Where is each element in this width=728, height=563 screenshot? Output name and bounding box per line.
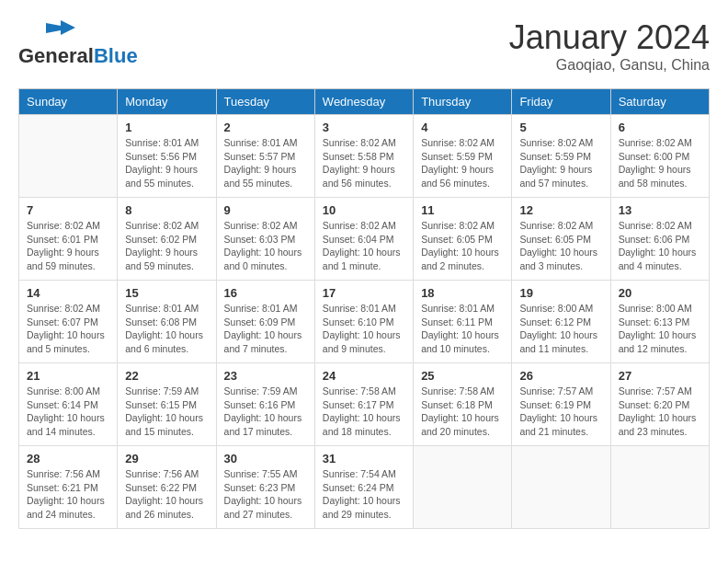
day-number: 17	[323, 286, 405, 300]
calendar-cell: 16Sunrise: 8:01 AMSunset: 6:09 PMDayligh…	[216, 281, 314, 363]
calendar-cell: 29Sunrise: 7:56 AMSunset: 6:22 PMDayligh…	[118, 446, 216, 529]
weekday-header-wednesday: Wednesday	[314, 89, 413, 115]
day-number: 23	[224, 369, 307, 383]
day-info: Sunrise: 8:02 AMSunset: 5:59 PMDaylight:…	[519, 136, 602, 190]
day-info: Sunrise: 8:02 AMSunset: 6:06 PMDaylight:…	[619, 219, 701, 273]
day-info: Sunrise: 8:01 AMSunset: 6:10 PMDaylight:…	[323, 302, 405, 356]
calendar-week-4: 21Sunrise: 8:00 AMSunset: 6:14 PMDayligh…	[19, 363, 710, 446]
calendar-cell: 22Sunrise: 7:59 AMSunset: 6:15 PMDayligh…	[118, 363, 216, 446]
day-info: Sunrise: 7:58 AMSunset: 6:18 PMDaylight:…	[421, 385, 504, 439]
weekday-header-friday: Friday	[512, 89, 610, 115]
logo-icon	[18, 18, 92, 44]
calendar-cell: 24Sunrise: 7:58 AMSunset: 6:17 PMDayligh…	[314, 363, 413, 446]
day-info: Sunrise: 8:02 AMSunset: 6:02 PMDaylight:…	[125, 219, 208, 273]
svg-marker-0	[46, 20, 75, 35]
calendar-week-5: 28Sunrise: 7:56 AMSunset: 6:21 PMDayligh…	[19, 446, 710, 529]
day-number: 18	[421, 286, 504, 300]
day-number: 30	[224, 452, 307, 465]
calendar-table: SundayMondayTuesdayWednesdayThursdayFrid…	[18, 88, 710, 529]
day-number: 9	[224, 203, 307, 217]
calendar-cell	[414, 446, 512, 529]
day-info: Sunrise: 8:01 AMSunset: 6:11 PMDaylight:…	[421, 302, 504, 356]
day-number: 10	[323, 203, 405, 217]
day-info: Sunrise: 7:58 AMSunset: 6:17 PMDaylight:…	[323, 385, 405, 439]
calendar-week-1: 1Sunrise: 8:01 AMSunset: 5:56 PMDaylight…	[19, 115, 710, 198]
weekday-header-saturday: Saturday	[610, 89, 709, 115]
calendar-cell: 21Sunrise: 8:00 AMSunset: 6:14 PMDayligh…	[19, 363, 118, 446]
day-info: Sunrise: 8:02 AMSunset: 6:05 PMDaylight:…	[519, 219, 602, 273]
logo: GeneralBlue	[18, 18, 138, 68]
day-number: 15	[125, 286, 208, 300]
day-info: Sunrise: 7:59 AMSunset: 6:16 PMDaylight:…	[224, 385, 307, 439]
calendar-cell: 17Sunrise: 8:01 AMSunset: 6:10 PMDayligh…	[314, 281, 413, 363]
day-number: 16	[224, 286, 307, 300]
calendar-cell: 26Sunrise: 7:57 AMSunset: 6:19 PMDayligh…	[512, 363, 610, 446]
calendar-cell	[512, 446, 610, 529]
calendar-cell: 20Sunrise: 8:00 AMSunset: 6:13 PMDayligh…	[610, 281, 709, 363]
logo-text-block: GeneralBlue	[18, 18, 138, 68]
calendar-cell: 18Sunrise: 8:01 AMSunset: 6:11 PMDayligh…	[414, 281, 512, 363]
calendar-cell: 15Sunrise: 8:01 AMSunset: 6:08 PMDayligh…	[118, 281, 216, 363]
page-header: GeneralBlue January 2024 Gaoqiao, Gansu,…	[18, 18, 710, 74]
day-info: Sunrise: 8:02 AMSunset: 6:07 PMDaylight:…	[27, 302, 109, 356]
calendar-cell: 12Sunrise: 8:02 AMSunset: 6:05 PMDayligh…	[512, 198, 610, 281]
day-info: Sunrise: 7:57 AMSunset: 6:20 PMDaylight:…	[619, 385, 701, 439]
weekday-header-row: SundayMondayTuesdayWednesdayThursdayFrid…	[19, 89, 710, 115]
calendar-cell: 30Sunrise: 7:55 AMSunset: 6:23 PMDayligh…	[216, 446, 314, 529]
calendar-cell: 7Sunrise: 8:02 AMSunset: 6:01 PMDaylight…	[19, 198, 118, 281]
day-number: 31	[323, 452, 405, 465]
day-info: Sunrise: 8:02 AMSunset: 6:05 PMDaylight:…	[421, 219, 504, 273]
weekday-header-monday: Monday	[118, 89, 216, 115]
calendar-cell: 9Sunrise: 8:02 AMSunset: 6:03 PMDaylight…	[216, 198, 314, 281]
day-info: Sunrise: 7:56 AMSunset: 6:22 PMDaylight:…	[125, 467, 208, 522]
day-info: Sunrise: 8:02 AMSunset: 6:04 PMDaylight:…	[323, 219, 405, 273]
day-number: 13	[619, 203, 701, 217]
location-subtitle: Gaoqiao, Gansu, China	[509, 57, 710, 74]
day-number: 24	[323, 369, 405, 383]
day-info: Sunrise: 8:02 AMSunset: 5:58 PMDaylight:…	[323, 136, 405, 190]
day-number: 14	[27, 286, 109, 300]
calendar-cell: 6Sunrise: 8:02 AMSunset: 6:00 PMDaylight…	[610, 115, 709, 198]
day-info: Sunrise: 8:01 AMSunset: 6:09 PMDaylight:…	[224, 302, 307, 356]
calendar-cell: 10Sunrise: 8:02 AMSunset: 6:04 PMDayligh…	[314, 198, 413, 281]
day-info: Sunrise: 8:02 AMSunset: 6:03 PMDaylight:…	[224, 219, 307, 273]
calendar-cell: 4Sunrise: 8:02 AMSunset: 5:59 PMDaylight…	[414, 115, 512, 198]
day-number: 20	[619, 286, 701, 300]
day-info: Sunrise: 8:01 AMSunset: 6:08 PMDaylight:…	[125, 302, 208, 356]
day-info: Sunrise: 8:02 AMSunset: 5:59 PMDaylight:…	[421, 136, 504, 190]
calendar-week-3: 14Sunrise: 8:02 AMSunset: 6:07 PMDayligh…	[19, 281, 710, 363]
day-number: 25	[421, 369, 504, 383]
calendar-cell: 28Sunrise: 7:56 AMSunset: 6:21 PMDayligh…	[19, 446, 118, 529]
weekday-header-tuesday: Tuesday	[216, 89, 314, 115]
calendar-cell: 23Sunrise: 7:59 AMSunset: 6:16 PMDayligh…	[216, 363, 314, 446]
calendar-cell: 1Sunrise: 8:01 AMSunset: 5:56 PMDaylight…	[118, 115, 216, 198]
calendar-week-2: 7Sunrise: 8:02 AMSunset: 6:01 PMDaylight…	[19, 198, 710, 281]
calendar-cell: 31Sunrise: 7:54 AMSunset: 6:24 PMDayligh…	[314, 446, 413, 529]
calendar-cell: 25Sunrise: 7:58 AMSunset: 6:18 PMDayligh…	[414, 363, 512, 446]
day-number: 3	[323, 121, 405, 134]
calendar-cell: 13Sunrise: 8:02 AMSunset: 6:06 PMDayligh…	[610, 198, 709, 281]
calendar-cell	[19, 115, 118, 198]
day-number: 7	[27, 203, 109, 217]
day-number: 5	[519, 121, 602, 134]
day-number: 19	[519, 286, 602, 300]
day-info: Sunrise: 8:01 AMSunset: 5:57 PMDaylight:…	[224, 136, 307, 190]
calendar-cell: 3Sunrise: 8:02 AMSunset: 5:58 PMDaylight…	[314, 115, 413, 198]
day-number: 8	[125, 203, 208, 217]
day-info: Sunrise: 7:57 AMSunset: 6:19 PMDaylight:…	[519, 385, 602, 439]
day-info: Sunrise: 8:02 AMSunset: 6:01 PMDaylight:…	[27, 219, 109, 273]
calendar-cell: 19Sunrise: 8:00 AMSunset: 6:12 PMDayligh…	[512, 281, 610, 363]
day-number: 29	[125, 452, 208, 465]
calendar-cell: 8Sunrise: 8:02 AMSunset: 6:02 PMDaylight…	[118, 198, 216, 281]
day-number: 28	[27, 452, 109, 465]
day-info: Sunrise: 8:02 AMSunset: 6:00 PMDaylight:…	[619, 136, 701, 190]
day-number: 2	[224, 121, 307, 134]
day-number: 1	[125, 121, 208, 134]
weekday-header-thursday: Thursday	[414, 89, 512, 115]
day-info: Sunrise: 7:55 AMSunset: 6:23 PMDaylight:…	[224, 467, 307, 522]
calendar-cell	[610, 446, 709, 529]
day-number: 6	[619, 121, 701, 134]
calendar-cell: 14Sunrise: 8:02 AMSunset: 6:07 PMDayligh…	[19, 281, 118, 363]
day-number: 27	[619, 369, 701, 383]
logo-blue: Blue	[94, 44, 138, 68]
